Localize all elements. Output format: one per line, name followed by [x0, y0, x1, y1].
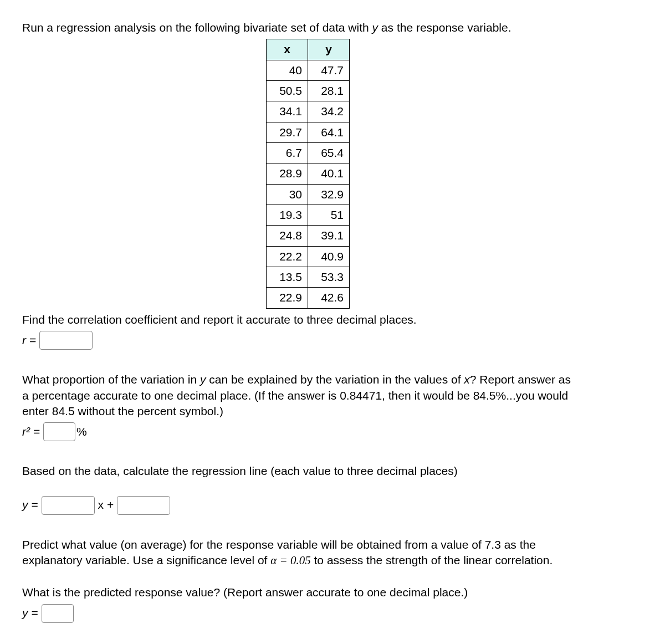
y-predicted-input[interactable]	[42, 604, 74, 623]
cell-y: 32.9	[308, 184, 350, 205]
question-proportion: What proportion of the variation in y ca…	[22, 372, 576, 419]
r2-input[interactable]	[43, 422, 75, 441]
data-table: x y 4047.750.528.134.134.229.764.16.765.…	[266, 39, 350, 308]
percent-symbol: %	[76, 424, 87, 439]
cell-y: 64.1	[308, 122, 350, 142]
cell-y: 42.6	[308, 288, 350, 308]
r-input-row: r =	[22, 331, 576, 350]
table-row: 19.351	[267, 205, 350, 226]
y-eq-label: y =	[22, 497, 38, 513]
question-predicted-response: What is the predicted response value? (R…	[22, 585, 576, 600]
r2-label: r² =	[22, 424, 40, 439]
cell-x: 28.9	[267, 163, 308, 184]
cell-y: 40.9	[308, 246, 350, 267]
cell-x: 40	[267, 60, 308, 80]
q-proportion-2: can be explained by the variation in the…	[206, 373, 464, 386]
table-row: 22.942.6	[267, 288, 350, 308]
cell-x: 22.2	[267, 246, 308, 267]
table-row: 22.240.9	[267, 246, 350, 267]
table-row: 34.134.2	[267, 101, 350, 122]
slope-input[interactable]	[42, 496, 95, 515]
cell-x: 13.5	[267, 267, 308, 288]
table-row: 29.764.1	[267, 122, 350, 142]
table-row: 50.528.1	[267, 81, 350, 101]
cell-y: 40.1	[308, 163, 350, 184]
question-predict: Predict what value (on average) for the …	[22, 537, 576, 569]
table-row: 28.940.1	[267, 163, 350, 184]
q-predict-2: to assess the strength of the linear cor…	[311, 554, 553, 566]
x-plus-label: x +	[98, 497, 114, 513]
cell-x: 24.8	[267, 226, 308, 246]
alpha-equation: α = 0.05	[270, 554, 310, 567]
r-label: r =	[22, 333, 36, 348]
cell-y: 47.7	[308, 60, 350, 80]
response-variable: y	[372, 21, 378, 34]
y-label: y =	[22, 605, 38, 621]
r2-input-row: r² = %	[22, 422, 576, 441]
q-proportion-1: What proportion of the variation in	[22, 373, 200, 386]
table-row: 6.765.4	[267, 143, 350, 163]
cell-x: 34.1	[267, 101, 308, 122]
table-header-x: x	[267, 39, 308, 60]
question-correlation: Find the correlation coefficient and rep…	[22, 312, 576, 328]
cell-x: 6.7	[267, 143, 308, 163]
cell-x: 29.7	[267, 122, 308, 142]
intro-text-1: Run a regression analysis on the followi…	[22, 21, 372, 34]
proportion-var-x: x	[464, 373, 470, 386]
proportion-var-y: y	[200, 373, 206, 386]
table-row: 24.839.1	[267, 226, 350, 246]
regression-input-row: y = x +	[22, 496, 576, 515]
table-row: 3032.9	[267, 184, 350, 205]
r-input[interactable]	[39, 331, 93, 350]
cell-y: 34.2	[308, 101, 350, 122]
y-input-row: y =	[22, 604, 576, 623]
question-regression: Based on the data, calculate the regress…	[22, 463, 576, 479]
table-header-y: y	[308, 39, 350, 60]
table-row: 13.553.3	[267, 267, 350, 288]
cell-x: 50.5	[267, 81, 308, 101]
cell-y: 65.4	[308, 143, 350, 163]
intro-paragraph: Run a regression analysis on the followi…	[22, 20, 576, 35]
cell-y: 39.1	[308, 226, 350, 246]
table-row: 4047.7	[267, 60, 350, 80]
cell-x: 19.3	[267, 205, 308, 226]
cell-y: 28.1	[308, 81, 350, 101]
intro-text-2: as the response variable.	[378, 21, 511, 34]
intercept-input[interactable]	[117, 496, 170, 515]
cell-y: 51	[308, 205, 350, 226]
cell-y: 53.3	[308, 267, 350, 288]
cell-x: 30	[267, 184, 308, 205]
cell-x: 22.9	[267, 288, 308, 308]
